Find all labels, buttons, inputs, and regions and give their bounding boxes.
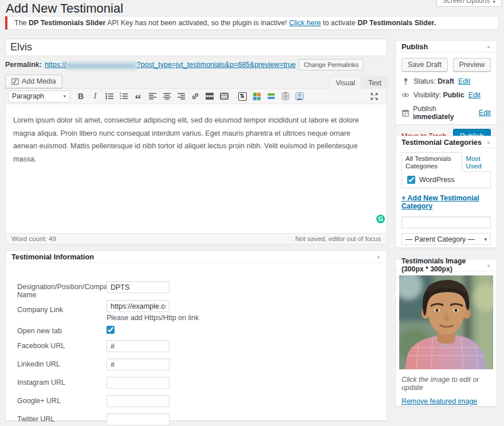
post-edit-area: Permalink: https://xxxxxxxxxxxxxxxxx?pos… [5,38,387,244]
plugin-color-grid-button[interactable] [250,90,263,102]
category-list: WordPress [401,171,491,188]
collapse-toggle-icon[interactable]: ▲ [486,44,491,49]
save-draft-button[interactable]: Save Draft [401,58,448,72]
permalink-masked-segment: xxxxxxxxxxxxxxxxx [66,61,136,69]
post-body-text: Lorem ipsum dolor sit amet, consectetur … [13,114,371,166]
publish-box-title: Publish [401,42,428,51]
edit-visibility-link[interactable]: Edit [468,91,481,99]
editor-content-area[interactable]: Lorem ipsum dolor sit amet, consectetur … [6,104,387,233]
field-label: Company Link [17,306,106,314]
align-left-icon [149,93,156,100]
featured-image-portrait[interactable] [399,275,493,369]
distraction-free-button[interactable] [367,90,381,102]
bullet-list-button[interactable] [103,90,116,102]
editor-toolbar: Paragraph ▾ B I “ [6,89,387,104]
word-count: Word count: 49 [11,235,56,242]
tab-text[interactable]: Text [363,76,387,89]
change-permalinks-button[interactable]: Change Permalinks [298,59,364,70]
sort-updown-icon: ⇅ [238,92,247,101]
field-label: Instagram URL [17,378,106,386]
color-grid-icon [253,93,261,100]
remove-featured-image-link[interactable]: Remove featured image [401,397,477,405]
italic-button[interactable]: I [88,90,102,102]
screen-options-button[interactable]: Screen Options ▾ [436,0,502,7]
plugin-sort-button[interactable]: ⇅ [235,90,249,102]
status-row: Status: Draft Edit [401,77,491,85]
google-plus-url-input[interactable] [107,395,170,407]
image-caption: Click the image to edit or update [399,376,493,392]
parent-category-select[interactable]: — Parent Category — ▾ [401,233,491,245]
open-new-tab-checkbox[interactable] [107,326,115,334]
bold-button[interactable]: B [74,90,88,102]
grammarly-icon[interactable]: G [376,215,385,223]
bold-icon: B [78,92,84,101]
person-icon [296,92,304,100]
field-label: Designation/Position/Company Name [17,283,106,299]
activate-link[interactable]: Click here [289,19,321,27]
editor-mode-tabs: Visual Text [330,76,387,88]
status-text: Status: Draft [414,77,454,85]
save-status: Not saved, editor out of focus [295,235,381,242]
plugin-profile-button[interactable] [293,90,306,102]
testimonials-image-box: Testimonials Image (300px * 300px) ▲ [395,259,497,407]
facebook-url-input[interactable] [107,340,170,352]
clipboard-icon [282,92,289,100]
field-label: Google+ URL [17,397,106,405]
edit-schedule-link[interactable]: Edit [479,109,491,117]
chevron-down-icon: ▾ [484,236,487,242]
tab-visual[interactable]: Visual [330,76,361,89]
designation-input[interactable] [107,281,170,293]
collapse-toggle-icon[interactable]: ▲ [376,254,381,259]
collapse-toggle-icon[interactable]: ▲ [486,263,491,268]
editor-status-bar: Word count: 49 Not saved, editor out of … [6,233,387,244]
align-left-button[interactable] [145,90,159,102]
twitter-url-input[interactable] [107,413,170,425]
field-label: Twitter URL [17,415,106,423]
instagram-url-input[interactable] [107,377,170,389]
add-new-category-link[interactable]: + Add New Testimonial Category [401,194,491,210]
plugin-notice: The DP Testimonials Slider API Key has n… [5,16,499,30]
blockquote-button[interactable]: “ [131,90,145,102]
preview-button[interactable]: Preview [453,58,491,72]
word-count-label: Word count: [11,235,47,242]
visibility-row: Visibility: Public Edit [401,91,491,99]
bullet-list-icon [105,93,113,100]
chevron-down-icon: ▾ [493,0,495,5]
plugin-bars-button[interactable] [264,90,278,102]
media-icon [11,78,19,85]
notice-plugin-name: DP Testimonials Slider [29,19,105,27]
toolbar-toggle-icon [220,93,229,100]
permalink-prefix: https:// [45,61,66,69]
add-media-label: Add Media [22,77,56,85]
field-label: Facebook URL [17,342,106,350]
tab-all-categories[interactable]: All Testimonials Categories [401,152,462,172]
linkedin-url-input[interactable] [107,358,170,370]
category-wordpress-checkbox[interactable] [407,176,415,184]
screen-options-label: Screen Options [443,0,490,5]
visibility-text: Visibility: Public [414,91,464,99]
publish-box: Publish ▲ Save Draft Preview Status: Dra… [395,40,497,132]
read-more-button[interactable] [203,90,216,102]
plugin-clipboard-button[interactable] [278,90,292,102]
toolbar-toggle-button[interactable] [217,90,231,102]
permalink-suffix: ?post_type=jvt_testimonials&p=685&previe… [137,61,296,69]
paragraph-format-select[interactable]: Paragraph ▾ [8,90,70,102]
edit-status-link[interactable]: Edit [458,77,470,85]
tab-most-used[interactable]: Most Used [462,153,491,171]
paragraph-format-value: Paragraph [12,92,44,100]
numbered-list-button[interactable] [117,90,131,102]
company-link-input[interactable] [107,300,170,312]
post-title-input[interactable] [5,38,387,56]
new-category-name-input[interactable] [401,216,491,228]
insert-link-button[interactable] [188,90,202,102]
collapse-toggle-icon[interactable]: ▲ [486,140,491,145]
eye-icon [401,92,410,98]
align-center-button[interactable] [160,90,174,102]
align-right-icon [178,93,185,100]
align-right-button[interactable] [174,90,188,102]
testimonial-information-box: Testimonial Information ▲ Designation/Po… [5,250,387,421]
permalink-link[interactable]: https://xxxxxxxxxxxxxxxxx?post_type=jvt_… [45,61,296,69]
notice-text-2: API Key has not been activated, so the p… [105,19,289,27]
add-media-button[interactable]: Add Media [5,74,62,88]
page-title: Add New Testimonial [6,1,123,16]
